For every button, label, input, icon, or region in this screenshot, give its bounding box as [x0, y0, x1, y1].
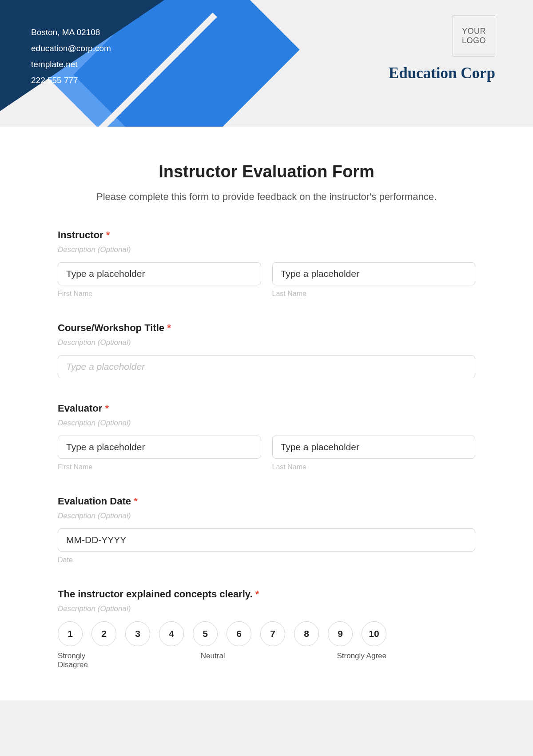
scale-label-high: Strongly Agree [337, 652, 386, 669]
contact-block: Boston, MA 02108 education@corp.com temp… [31, 24, 111, 88]
required-mark: * [255, 588, 259, 600]
rating-option-8[interactable]: 8 [294, 621, 319, 646]
required-mark: * [105, 403, 109, 414]
rating-option-5[interactable]: 5 [193, 621, 218, 646]
required-mark: * [167, 322, 171, 333]
sublabel-last-name: Last Name [272, 290, 476, 298]
field-label: Instructor * [58, 229, 475, 241]
instructor-last-name-input[interactable]: Type a placeholder [272, 262, 476, 285]
rating-option-6[interactable]: 6 [227, 621, 251, 646]
scale-label-low: Strongly Disagree [58, 652, 98, 669]
field-evaluator: Evaluator * Description (Optional) Type … [58, 403, 475, 471]
header: Boston, MA 02108 education@corp.com temp… [0, 0, 533, 127]
sublabel-last-name: Last Name [272, 463, 476, 471]
label-text: Course/Workshop Title [58, 322, 164, 333]
required-mark: * [134, 496, 138, 507]
contact-address: Boston, MA 02108 [31, 24, 111, 40]
rating-option-3[interactable]: 3 [125, 621, 150, 646]
field-evaluation-date: Evaluation Date * Description (Optional)… [58, 496, 475, 564]
rating-scale: 1 2 3 4 5 6 7 8 9 10 [58, 621, 475, 646]
contact-email: education@corp.com [31, 40, 111, 56]
field-description: Description (Optional) [58, 245, 475, 254]
field-description: Description (Optional) [58, 512, 475, 520]
rating-option-2[interactable]: 2 [91, 621, 116, 646]
label-text: The instructor explained concepts clearl… [58, 588, 253, 600]
rating-option-7[interactable]: 7 [260, 621, 285, 646]
evaluator-first-name-input[interactable]: Type a placeholder [58, 436, 261, 459]
field-label: The instructor explained concepts clearl… [58, 588, 475, 600]
scale-label-mid: Neutral [201, 652, 225, 669]
logo-text: YOUR LOGO [453, 27, 495, 45]
field-label: Evaluation Date * [58, 496, 475, 507]
form-title: Instructor Evaluation Form [58, 162, 475, 181]
label-text: Evaluator [58, 403, 102, 414]
rating-option-1[interactable]: 1 [58, 621, 83, 646]
sublabel-first-name: First Name [58, 290, 261, 298]
contact-website: template.net [31, 56, 111, 72]
course-title-input[interactable]: Type a placeholder [58, 355, 475, 378]
field-description: Description (Optional) [58, 419, 475, 428]
field-description: Description (Optional) [58, 338, 475, 347]
rating-anchor-labels: Strongly Disagree Neutral Strongly Agree [58, 652, 386, 669]
field-label: Evaluator * [58, 403, 475, 414]
evaluation-date-input[interactable]: MM-DD-YYYY [58, 528, 475, 552]
field-rating-q1: The instructor explained concepts clearl… [58, 588, 475, 669]
contact-phone: 222 555 777 [31, 72, 111, 88]
rating-option-9[interactable]: 9 [328, 621, 353, 646]
form-subtitle: Please complete this form to provide fee… [58, 191, 475, 203]
logo-placeholder: YOUR LOGO [453, 16, 495, 56]
label-text: Instructor [58, 229, 103, 240]
instructor-first-name-input[interactable]: Type a placeholder [58, 262, 261, 285]
rating-option-10[interactable]: 10 [362, 621, 386, 646]
brand-name: Education Corp [389, 64, 495, 82]
field-label: Course/Workshop Title * [58, 322, 475, 334]
label-text: Evaluation Date [58, 496, 131, 507]
evaluator-last-name-input[interactable]: Type a placeholder [272, 436, 476, 459]
field-instructor: Instructor * Description (Optional) Type… [58, 229, 475, 298]
form-body: Instructor Evaluation Form Please comple… [0, 127, 533, 700]
page: Boston, MA 02108 education@corp.com temp… [0, 0, 533, 700]
required-mark: * [106, 229, 110, 240]
rating-option-4[interactable]: 4 [159, 621, 184, 646]
sublabel-date: Date [58, 556, 475, 564]
sublabel-first-name: First Name [58, 463, 261, 471]
field-description: Description (Optional) [58, 604, 475, 613]
field-course-title: Course/Workshop Title * Description (Opt… [58, 322, 475, 378]
